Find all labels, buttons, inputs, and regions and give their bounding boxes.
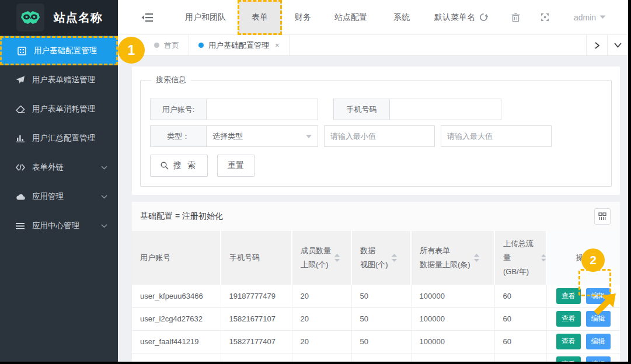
sidebar-item-label: 表单外链 — [32, 162, 64, 173]
annotation-cursor-arrow-icon — [591, 288, 621, 320]
tab-menu-dropdown-button[interactable] — [607, 35, 628, 55]
tab-home[interactable]: 首页 — [145, 35, 189, 55]
column-settings-button[interactable] — [594, 208, 611, 225]
nav-item-finance[interactable]: 财务 — [295, 12, 311, 23]
cell-data-limit: 100000 — [411, 353, 494, 362]
max-value-input[interactable] — [441, 125, 552, 147]
col-header-data-limit[interactable]: 所有表单 数据量上限(条) — [411, 231, 494, 285]
owl-logo-icon — [20, 10, 40, 25]
refresh-icon[interactable] — [479, 13, 488, 22]
annotation-step-2-badge: 2 — [581, 249, 605, 272]
edit-button[interactable]: 编辑 — [586, 334, 611, 349]
eraser-icon — [15, 106, 25, 113]
edit-button[interactable]: 编辑 — [586, 356, 611, 362]
cell-data-limit: 100000 — [411, 307, 494, 330]
col-header-member-limit[interactable]: 成员数量 上限(个) — [292, 231, 351, 285]
app-logo — [16, 4, 44, 32]
cell-data-limit: 100000 — [411, 285, 494, 307]
chevron-down-icon — [101, 166, 107, 170]
cell-data-views: 50 — [351, 330, 411, 353]
menu-collapse-icon[interactable] — [141, 13, 153, 22]
sidebar: 用户基础配置管理 用户表单赠送管理 用户表单消耗管理 用户汇总配置管理 — [0, 35, 118, 362]
user-menu[interactable]: admin — [574, 13, 606, 22]
tab-active-label: 用户基础配置管理 — [208, 40, 269, 51]
type-label: 类型： — [151, 126, 207, 146]
type-select[interactable]: 选择类型 — [207, 126, 318, 146]
nav-item-default-menu[interactable]: 默认菜单名 — [434, 12, 488, 23]
config-table: 用户账号 手机号码 成员数量 上限(个) — [132, 231, 620, 362]
main-content: 搜索信息 用户账号: 手机号码 类型： 选择类型 — [118, 56, 628, 362]
list-menu-icon — [15, 223, 25, 229]
sort-caret-icon[interactable] — [541, 254, 546, 262]
cell-phone: 19124655489 — [221, 353, 292, 362]
account-field-group: 用户账号: — [150, 99, 318, 120]
search-icon — [161, 162, 169, 170]
sidebar-item-label: 用户基础配置管理 — [34, 46, 97, 56]
tab-close-icon[interactable]: × — [275, 41, 280, 50]
col-header-phone: 手机号码 — [221, 231, 292, 285]
type-select-value: 选择类型 — [212, 131, 243, 142]
cell-upload: 60 — [494, 353, 546, 362]
reset-button-label: 重置 — [228, 160, 244, 171]
view-button[interactable]: 查看 — [556, 311, 581, 327]
fullscreen-icon[interactable] — [541, 13, 549, 22]
view-button[interactable]: 查看 — [556, 288, 581, 304]
phone-field-group: 手机号码 — [333, 99, 501, 120]
trash-icon[interactable] — [511, 13, 520, 22]
sidebar-item-app-management[interactable]: 应用管理 — [0, 182, 118, 211]
sidebar-item-label: 用户表单赠送管理 — [32, 75, 95, 85]
view-button[interactable]: 查看 — [556, 334, 581, 349]
tab-home-label: 首页 — [164, 40, 179, 51]
col-header-data-views[interactable]: 数据 视图(个) — [351, 231, 411, 285]
cell-upload: 60 — [494, 330, 546, 353]
select-caret-icon — [306, 135, 312, 138]
cell-data-views: 50 — [351, 307, 411, 330]
table-row: user_faalf441219 15827177407 20 50 10000… — [132, 330, 620, 353]
tab-bar: 首页 用户基础配置管理 × — [118, 35, 628, 56]
min-value-input[interactable] — [324, 125, 435, 147]
nav-item-default-menu-label: 默认菜单名 — [434, 12, 475, 23]
sort-caret-icon[interactable] — [334, 254, 340, 262]
tab-controls — [586, 35, 628, 55]
annotation-step-1-badge: 1 — [118, 37, 145, 64]
sidebar-item-label: 用户汇总配置管理 — [32, 133, 95, 144]
phone-input[interactable] — [390, 99, 501, 120]
nav-item-forms[interactable]: 表单 — [238, 0, 282, 35]
tab-scroll-right-button[interactable] — [586, 35, 607, 55]
search-legend: 搜索信息 — [151, 75, 191, 85]
cell-account: user_i2cg4d27632 — [132, 307, 221, 330]
sidebar-item-form-consume[interactable]: 用户表单消耗管理 — [0, 94, 118, 124]
nav-item-site-config[interactable]: 站点配置 — [334, 12, 367, 23]
tab-user-base-config[interactable]: 用户基础配置管理 × — [189, 35, 290, 55]
search-button[interactable]: 搜 索 — [150, 155, 208, 177]
nav-item-forms-label: 表单 — [252, 12, 268, 23]
view-button[interactable]: 查看 — [556, 356, 581, 362]
sort-caret-icon[interactable] — [392, 254, 397, 262]
nav-item-system[interactable]: 系统 — [393, 12, 410, 23]
type-field-group: 类型： 选择类型 — [150, 125, 318, 147]
sidebar-item-form-gift[interactable]: 用户表单赠送管理 — [0, 65, 118, 94]
cell-data-limit: 100000 — [411, 330, 494, 353]
sidebar-item-user-base-config[interactable]: 用户基础配置管理 — [0, 36, 118, 65]
paper-plane-icon — [15, 76, 25, 84]
cell-account: user_faalf441219 — [132, 330, 221, 353]
cell-account: user_xaymrw436... — [132, 353, 221, 362]
site-title: 站点名称 — [54, 10, 103, 26]
cell-phone: 15821677107 — [221, 307, 292, 330]
code-link-icon — [15, 164, 25, 171]
account-input[interactable] — [207, 99, 318, 120]
sidebar-item-label: 用户表单消耗管理 — [32, 104, 95, 114]
table-row: user_kfpeuu63466 19187777479 20 50 10000… — [132, 285, 620, 307]
sidebar-item-form-external-link[interactable]: 表单外链 — [0, 153, 118, 182]
cell-upload: 60 — [494, 307, 546, 330]
sidebar-item-summary-config[interactable]: 用户汇总配置管理 — [0, 124, 118, 153]
search-button-label: 搜 索 — [173, 160, 197, 171]
sidebar-item-app-center-management[interactable]: 应用中心管理 — [0, 211, 118, 240]
cell-upload: 60 — [494, 285, 546, 307]
building-grid-icon — [17, 47, 27, 55]
nav-item-users-teams[interactable]: 用户和团队 — [185, 12, 226, 23]
col-header-account: 用户账号 — [132, 231, 221, 285]
sort-caret-icon[interactable] — [474, 254, 479, 262]
col-header-upload-traffic[interactable]: 上传总流量 (GB/年) — [494, 231, 546, 285]
reset-button[interactable]: 重置 — [217, 155, 255, 177]
